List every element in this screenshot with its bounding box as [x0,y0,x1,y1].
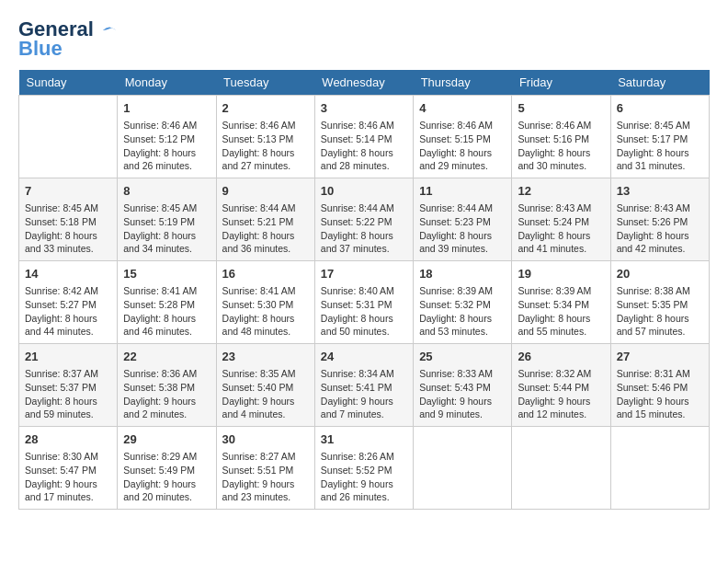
day-number: 15 [123,266,210,282]
day-number: 2 [222,100,309,117]
day-number: 28 [25,431,111,448]
day-content: Sunrise: 8:33 AM Sunset: 5:43 PM Dayligh… [419,367,506,421]
day-content: Sunrise: 8:39 AM Sunset: 5:34 PM Dayligh… [518,284,604,339]
calendar-cell [414,426,512,509]
calendar-header-row: SundayMondayTuesdayWednesdayThursdayFrid… [19,70,710,96]
calendar-cell: 8Sunrise: 8:45 AM Sunset: 5:19 PM Daylig… [118,178,216,261]
calendar-cell: 16Sunrise: 8:41 AM Sunset: 5:30 PM Dayli… [216,261,314,344]
day-number: 29 [123,431,210,448]
day-number: 16 [222,266,309,282]
day-content: Sunrise: 8:34 AM Sunset: 5:41 PM Dayligh… [321,367,407,421]
day-content: Sunrise: 8:31 AM Sunset: 5:46 PM Dayligh… [617,367,703,421]
day-content: Sunrise: 8:46 AM Sunset: 5:13 PM Dayligh… [222,119,309,173]
day-content: Sunrise: 8:46 AM Sunset: 5:12 PM Dayligh… [123,119,210,173]
day-number: 23 [222,349,309,365]
calendar-cell: 6Sunrise: 8:45 AM Sunset: 5:17 PM Daylig… [610,96,709,178]
calendar-cell: 15Sunrise: 8:41 AM Sunset: 5:28 PM Dayli… [118,261,216,344]
calendar-cell: 31Sunrise: 8:26 AM Sunset: 5:52 PM Dayli… [314,426,413,509]
calendar-cell: 21Sunrise: 8:37 AM Sunset: 5:37 PM Dayli… [19,344,118,427]
calendar-cell: 23Sunrise: 8:35 AM Sunset: 5:40 PM Dayli… [216,344,314,427]
day-number: 31 [321,431,407,448]
calendar-cell: 3Sunrise: 8:46 AM Sunset: 5:14 PM Daylig… [314,96,413,178]
calendar-cell: 14Sunrise: 8:42 AM Sunset: 5:27 PM Dayli… [19,261,118,344]
day-number: 20 [617,266,703,282]
calendar-cell: 7Sunrise: 8:45 AM Sunset: 5:18 PM Daylig… [19,178,118,261]
day-number: 22 [123,349,210,365]
calendar-cell: 13Sunrise: 8:43 AM Sunset: 5:26 PM Dayli… [610,178,709,261]
day-number: 14 [25,266,111,282]
column-header-sunday: Sunday [19,70,118,96]
calendar-cell: 10Sunrise: 8:44 AM Sunset: 5:22 PM Dayli… [314,178,413,261]
day-content: Sunrise: 8:32 AM Sunset: 5:44 PM Dayligh… [518,367,604,421]
day-number: 19 [518,266,604,282]
day-content: Sunrise: 8:27 AM Sunset: 5:51 PM Dayligh… [222,450,309,504]
day-content: Sunrise: 8:29 AM Sunset: 5:49 PM Dayligh… [123,450,210,504]
day-number: 21 [25,349,111,365]
day-number: 12 [518,183,604,200]
day-number: 11 [419,183,506,200]
calendar-cell: 26Sunrise: 8:32 AM Sunset: 5:44 PM Dayli… [512,344,610,427]
calendar-cell: 9Sunrise: 8:44 AM Sunset: 5:21 PM Daylig… [216,178,314,261]
calendar-cell: 22Sunrise: 8:36 AM Sunset: 5:38 PM Dayli… [118,344,216,427]
calendar-week-row: 1Sunrise: 8:46 AM Sunset: 5:12 PM Daylig… [19,96,710,178]
day-content: Sunrise: 8:44 AM Sunset: 5:22 PM Dayligh… [321,201,407,256]
calendar-cell [19,96,118,178]
day-content: Sunrise: 8:37 AM Sunset: 5:37 PM Dayligh… [25,367,111,421]
day-number: 25 [419,349,506,365]
day-number: 6 [617,100,703,117]
day-number: 24 [321,349,407,365]
column-header-wednesday: Wednesday [314,70,413,96]
day-content: Sunrise: 8:45 AM Sunset: 5:18 PM Dayligh… [25,201,111,256]
day-content: Sunrise: 8:42 AM Sunset: 5:27 PM Dayligh… [25,284,111,339]
calendar-cell: 11Sunrise: 8:44 AM Sunset: 5:23 PM Dayli… [414,178,512,261]
calendar-cell: 1Sunrise: 8:46 AM Sunset: 5:12 PM Daylig… [118,96,216,178]
day-number: 8 [123,183,210,200]
day-content: Sunrise: 8:41 AM Sunset: 5:28 PM Dayligh… [123,284,210,339]
calendar-cell: 5Sunrise: 8:46 AM Sunset: 5:16 PM Daylig… [512,96,610,178]
calendar-cell: 4Sunrise: 8:46 AM Sunset: 5:15 PM Daylig… [414,96,512,178]
day-content: Sunrise: 8:46 AM Sunset: 5:14 PM Dayligh… [321,119,407,173]
calendar-cell: 29Sunrise: 8:29 AM Sunset: 5:49 PM Dayli… [118,426,216,509]
calendar-cell [512,426,610,509]
calendar-cell: 25Sunrise: 8:33 AM Sunset: 5:43 PM Dayli… [414,344,512,427]
day-content: Sunrise: 8:43 AM Sunset: 5:24 PM Dayligh… [518,201,604,256]
day-content: Sunrise: 8:39 AM Sunset: 5:32 PM Dayligh… [419,284,506,339]
day-content: Sunrise: 8:30 AM Sunset: 5:47 PM Dayligh… [25,450,111,504]
day-number: 27 [617,349,703,365]
day-content: Sunrise: 8:36 AM Sunset: 5:38 PM Dayligh… [123,367,210,421]
day-content: Sunrise: 8:43 AM Sunset: 5:26 PM Dayligh… [617,201,703,256]
calendar-cell: 27Sunrise: 8:31 AM Sunset: 5:46 PM Dayli… [610,344,709,427]
column-header-monday: Monday [118,70,216,96]
calendar-week-row: 21Sunrise: 8:37 AM Sunset: 5:37 PM Dayli… [19,344,710,427]
day-content: Sunrise: 8:38 AM Sunset: 5:35 PM Dayligh… [617,284,703,339]
day-content: Sunrise: 8:44 AM Sunset: 5:23 PM Dayligh… [419,201,506,256]
calendar-cell: 30Sunrise: 8:27 AM Sunset: 5:51 PM Dayli… [216,426,314,509]
day-number: 13 [617,183,703,200]
day-number: 17 [321,266,407,282]
calendar-cell: 24Sunrise: 8:34 AM Sunset: 5:41 PM Dayli… [314,344,413,427]
logo: General Blue [18,18,118,61]
day-number: 1 [123,100,210,117]
calendar-cell: 2Sunrise: 8:46 AM Sunset: 5:13 PM Daylig… [216,96,314,178]
day-content: Sunrise: 8:35 AM Sunset: 5:40 PM Dayligh… [222,367,309,421]
column-header-thursday: Thursday [414,70,512,96]
column-header-friday: Friday [512,70,610,96]
day-number: 9 [222,183,309,200]
calendar-cell: 12Sunrise: 8:43 AM Sunset: 5:24 PM Dayli… [512,178,610,261]
day-number: 7 [25,183,111,200]
calendar-week-row: 28Sunrise: 8:30 AM Sunset: 5:47 PM Dayli… [19,426,710,509]
day-number: 18 [419,266,506,282]
calendar-cell: 19Sunrise: 8:39 AM Sunset: 5:34 PM Dayli… [512,261,610,344]
day-number: 26 [518,349,604,365]
calendar-table: SundayMondayTuesdayWednesdayThursdayFrid… [18,70,710,510]
day-content: Sunrise: 8:26 AM Sunset: 5:52 PM Dayligh… [321,450,407,504]
calendar-cell: 17Sunrise: 8:40 AM Sunset: 5:31 PM Dayli… [314,261,413,344]
calendar-cell: 28Sunrise: 8:30 AM Sunset: 5:47 PM Dayli… [19,426,118,509]
day-number: 10 [321,183,407,200]
day-number: 5 [518,100,604,117]
calendar-week-row: 7Sunrise: 8:45 AM Sunset: 5:18 PM Daylig… [19,178,710,261]
day-number: 30 [222,431,309,448]
day-content: Sunrise: 8:41 AM Sunset: 5:30 PM Dayligh… [222,284,309,339]
day-content: Sunrise: 8:46 AM Sunset: 5:16 PM Dayligh… [518,119,604,173]
column-header-saturday: Saturday [610,70,709,96]
